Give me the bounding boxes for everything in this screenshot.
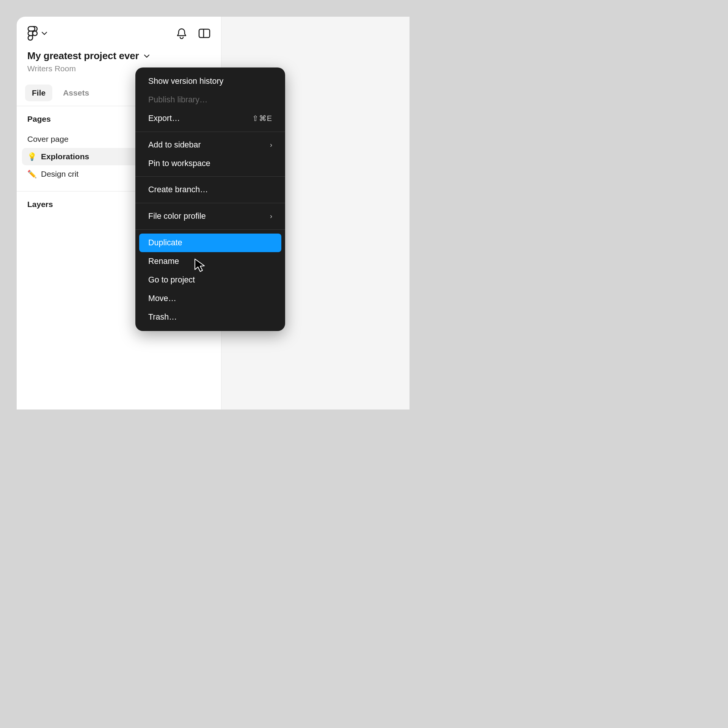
menu-item-label: Export… xyxy=(148,113,180,124)
menu-separator xyxy=(135,229,285,230)
menu-item[interactable]: Pin to workspace xyxy=(139,154,281,173)
menu-separator xyxy=(135,203,285,203)
menu-item-label: Publish library… xyxy=(148,95,208,105)
project-title: My greatest project ever xyxy=(27,50,139,62)
menu-item[interactable]: Move… xyxy=(139,289,281,308)
chevron-down-icon xyxy=(144,55,149,58)
svg-rect-1 xyxy=(199,29,210,38)
project-title-dropdown[interactable]: My greatest project ever xyxy=(27,50,210,62)
menu-item-label: Create branch… xyxy=(148,185,208,195)
chevron-right-icon: › xyxy=(270,212,272,221)
bell-icon xyxy=(176,28,187,39)
toggle-sidebar-button[interactable] xyxy=(198,27,210,39)
menu-item-label: Rename xyxy=(148,256,179,267)
chevron-down-icon xyxy=(42,32,47,35)
file-context-menu: Show version historyPublish library…Expo… xyxy=(135,67,285,331)
figma-logo-menu[interactable] xyxy=(27,26,47,41)
tab-file[interactable]: File xyxy=(25,85,52,101)
notifications-button[interactable] xyxy=(176,27,188,39)
panel-icon xyxy=(198,28,210,38)
chevron-right-icon: › xyxy=(270,141,272,149)
page-label: Design crit xyxy=(41,169,78,179)
menu-item-label: Trash… xyxy=(148,312,177,322)
menu-item-label: Duplicate xyxy=(148,238,182,248)
menu-separator xyxy=(135,176,285,177)
page-emoji-icon: 💡 xyxy=(27,152,36,161)
page-label: Cover page xyxy=(27,135,69,144)
menu-shortcut: ⇧⌘E xyxy=(252,114,272,123)
top-toolbar xyxy=(17,17,221,46)
menu-item[interactable]: Add to sidebar› xyxy=(139,136,281,154)
menu-item-label: Go to project xyxy=(148,275,195,285)
menu-item[interactable]: Create branch… xyxy=(139,180,281,199)
menu-item-label: Add to sidebar xyxy=(148,140,201,150)
menu-item[interactable]: Show version history xyxy=(139,72,281,91)
topbar-right-icons xyxy=(176,27,210,39)
page-label: Explorations xyxy=(41,152,89,161)
figma-logo-icon xyxy=(27,26,38,41)
menu-item[interactable]: Trash… xyxy=(139,308,281,326)
mouse-cursor-icon xyxy=(194,258,207,273)
menu-item[interactable]: Export…⇧⌘E xyxy=(139,109,281,128)
menu-item[interactable]: File color profile› xyxy=(139,207,281,226)
page-emoji-icon: ✏️ xyxy=(27,169,36,179)
menu-separator xyxy=(135,132,285,132)
svg-point-0 xyxy=(33,31,37,36)
menu-item[interactable]: Rename xyxy=(139,252,281,271)
menu-item-label: Pin to workspace xyxy=(148,158,210,169)
menu-item-label: Show version history xyxy=(148,76,223,86)
menu-item-label: Move… xyxy=(148,293,176,304)
menu-item: Publish library… xyxy=(139,91,281,109)
menu-item[interactable]: Go to project xyxy=(139,271,281,289)
tab-assets[interactable]: Assets xyxy=(56,85,96,101)
menu-item[interactable]: Duplicate xyxy=(139,234,281,252)
menu-item-label: File color profile xyxy=(148,211,206,221)
